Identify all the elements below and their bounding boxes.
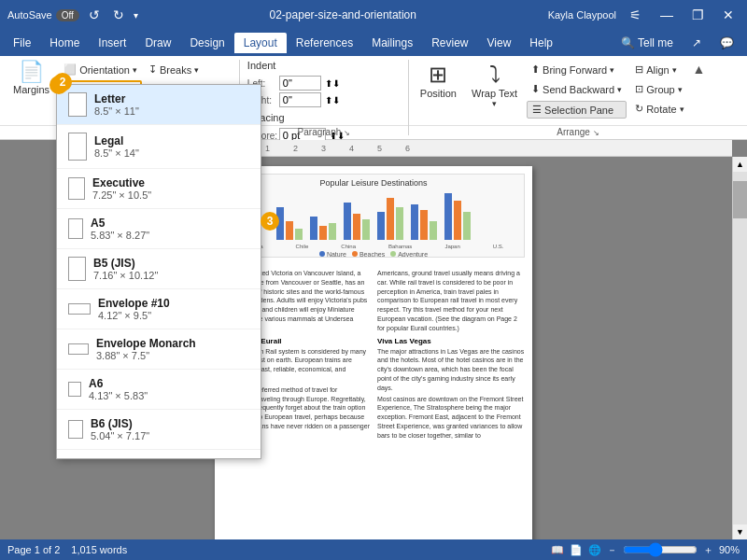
status-bar: Page 1 of 2 1,015 words 📖 📄 🌐 － ＋ 90% (0, 539, 747, 560)
chart-area: Popular Leisure Destinations (222, 174, 525, 258)
wrap-text-icon: ⤵ (489, 62, 500, 88)
indent-left-input[interactable] (279, 76, 321, 91)
vertical-scrollbar[interactable]: ▲ ▼ (732, 157, 747, 539)
close-btn[interactable]: ✕ (717, 6, 740, 24)
status-right: 📖 📄 🌐 － ＋ 90% (551, 542, 740, 557)
minimize-btn[interactable]: — (655, 6, 679, 24)
rotate-dropdown: ▾ (680, 105, 684, 114)
menu-file[interactable]: File (4, 33, 40, 53)
size-letter[interactable]: Letter 8.5" × 11" (57, 85, 261, 125)
view-web-btn[interactable]: 🌐 (588, 544, 601, 556)
scroll-down[interactable]: ▼ (733, 525, 747, 539)
menu-insert[interactable]: Insert (89, 33, 135, 53)
size-a5[interactable]: A5 5.83" × 8.27" (57, 209, 261, 249)
scroll-track[interactable] (733, 172, 747, 525)
ribbon-collapse-arrow[interactable]: ▲ (693, 62, 706, 77)
orientation-button[interactable]: ⬜ Orientation ▾ (59, 62, 142, 77)
redo-btn[interactable]: ↻ (109, 6, 128, 24)
menu-references[interactable]: References (287, 33, 362, 53)
page-text-area: British-accented Victoria on Vancouver I… (215, 265, 532, 444)
rotate-button[interactable]: ↻ Rotate ▾ (630, 101, 688, 117)
view-print-btn[interactable]: 📄 (570, 544, 583, 556)
indent-right-input[interactable] (279, 92, 321, 107)
ruler-horizontal: 1 2 3 4 5 6 (243, 140, 732, 157)
scroll-thumb[interactable] (733, 181, 747, 218)
menu-bar: File Home Insert Draw Design Layout Refe… (0, 30, 747, 56)
autosave-label: AutoSave (7, 9, 52, 21)
ribbon-collapse-btn[interactable]: ⚟ (624, 6, 647, 24)
zoom-in-btn[interactable]: ＋ (703, 543, 713, 557)
orientation-dropdown-icon: ▾ (133, 65, 137, 75)
rotate-icon: ↻ (635, 103, 643, 115)
send-backward-icon: ⬇ (531, 83, 540, 95)
chart-title: Popular Leisure Destinations (223, 175, 524, 188)
zoom-out-btn[interactable]: － (607, 543, 617, 557)
margins-button[interactable]: 📄 Margins (6, 60, 57, 97)
size-dropdown-list: Letter 8.5" × 11" Legal 8.5" × 14" Execu… (57, 85, 261, 458)
bring-forward-icon: ⬆ (531, 63, 540, 76)
title-bar-right: Kayla Claypool ⚟ — ❐ ✕ (548, 6, 740, 24)
wrap-text-button[interactable]: ⤵ Wrap Text ▾ (466, 60, 523, 110)
spacing-group-label: Spacing (247, 112, 401, 123)
breaks-button[interactable]: ↧ Breaks ▾ (144, 62, 233, 77)
menu-view[interactable]: View (478, 33, 521, 53)
breaks-icon: ↧ (148, 63, 157, 76)
align-dropdown: ▾ (672, 65, 677, 75)
status-left: Page 1 of 2 1,015 words (7, 544, 127, 555)
size-envelope-monarch[interactable]: Envelope Monarch 3.88" × 7.5" (57, 329, 261, 370)
word-count: 1,015 words (71, 544, 127, 555)
paragraph-group: Indent Left: ⬆⬇ Right: ⬆⬇ Spacing Before… (240, 56, 408, 139)
paragraph-label: Paragraph ↘ (240, 125, 408, 137)
scroll-up[interactable]: ▲ (733, 157, 747, 172)
menu-draw[interactable]: Draw (135, 33, 180, 53)
menu-tell-me[interactable]: 🔍 Tell me (612, 33, 683, 53)
position-icon: ⊞ (429, 62, 447, 88)
menu-review[interactable]: Review (422, 33, 477, 53)
group-dropdown: ▾ (678, 85, 683, 94)
chart-legend: Nature Beaches Adventure (223, 249, 524, 259)
autosave-toggle[interactable]: Off (56, 9, 79, 21)
comments-btn[interactable]: 💬 (711, 33, 743, 53)
title-bar-left: AutoSave Off ↺ ↻ ▾ (7, 6, 138, 24)
user-name: Kayla Claypool (548, 9, 616, 21)
send-backward-button[interactable]: ⬇ Send Backward ▾ (527, 81, 627, 97)
position-button[interactable]: ⊞ Position (415, 60, 462, 101)
more-paper-sizes[interactable]: More Paper Sizes... (57, 450, 261, 458)
size-legal[interactable]: Legal 8.5" × 14" (57, 125, 261, 169)
paragraph-expand[interactable]: ↘ (344, 129, 350, 137)
bring-forward-button[interactable]: ⬆ Bring Forward ▾ (527, 62, 627, 77)
menu-home[interactable]: Home (40, 33, 89, 53)
undo-btn[interactable]: ↺ (85, 6, 104, 24)
size-b5jis[interactable]: B5 (JIS) 7.16" × 10.12" (57, 249, 261, 289)
menu-layout[interactable]: Layout (234, 33, 287, 53)
group-icon: ⊡ (635, 83, 643, 95)
menu-help[interactable]: Help (520, 33, 562, 53)
margins-icon: 📄 (19, 62, 44, 82)
align-button[interactable]: ⊟ Align ▾ (630, 62, 688, 77)
autosave-area: AutoSave Off (7, 9, 79, 21)
title-bar: AutoSave Off ↺ ↻ ▾ 02-paper-size-and-ori… (0, 0, 747, 30)
share-btn[interactable]: ↗ (683, 33, 711, 53)
selection-pane-icon: ☰ (532, 104, 542, 116)
view-read-btn[interactable]: 📖 (551, 544, 564, 556)
arrange-expand[interactable]: ↘ (593, 129, 599, 137)
badge-3: 3 (261, 212, 279, 231)
indent-left-spin[interactable]: ⬆⬇ (325, 78, 340, 89)
menu-design[interactable]: Design (180, 33, 233, 53)
group-button[interactable]: ⊡ Group ▾ (630, 81, 688, 97)
document-page: Popular Leisure Destinations (215, 166, 532, 539)
indent-group-label: Indent (247, 60, 401, 71)
indent-left-row: Left: ⬆⬇ (247, 76, 401, 91)
selection-pane-button[interactable]: ☰ Selection Pane (527, 101, 627, 119)
indent-right-spin[interactable]: ⬆⬇ (325, 95, 340, 105)
page-text-right: Americans, ground travel usually means d… (377, 269, 525, 441)
restore-btn[interactable]: ❐ (686, 6, 710, 24)
arrange-group: ⊞ Position ⤵ Wrap Text ▾ ⬆ Bring Forward… (409, 56, 747, 139)
size-a6[interactable]: A6 4.13" × 5.83" (57, 370, 261, 410)
size-envelope10[interactable]: Envelope #10 4.12" × 9.5" (57, 289, 261, 329)
menu-mailings[interactable]: Mailings (362, 33, 422, 53)
breaks-dropdown-icon: ▾ (194, 65, 199, 75)
size-executive[interactable]: Executive 7.25" × 10.5" (57, 169, 261, 209)
size-b6jis[interactable]: B6 (JIS) 5.04" × 7.17" (57, 410, 261, 450)
zoom-slider[interactable] (623, 542, 698, 557)
